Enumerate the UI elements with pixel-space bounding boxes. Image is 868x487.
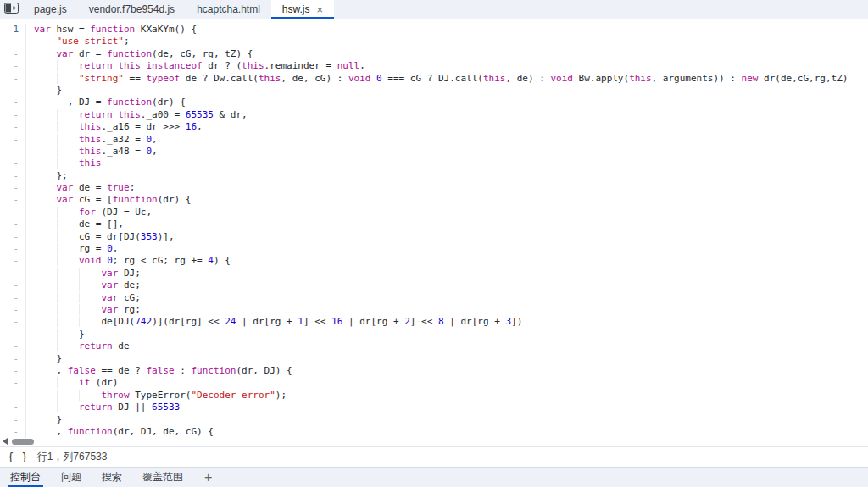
drawer-tab-label: 搜索 <box>102 470 122 484</box>
line-number[interactable]: - <box>0 60 26 72</box>
line-number[interactable]: - <box>0 97 26 108</box>
code-line: - var cG; <box>0 292 868 304</box>
code-line-text: throw TypeError("Decoder error"); <box>34 390 287 401</box>
drawer-tab-issues[interactable]: 问题 <box>58 468 84 487</box>
line-number[interactable]: - <box>0 121 26 133</box>
code-line-text: this._a48 = 0, <box>34 146 158 158</box>
line-number[interactable]: - <box>0 134 26 146</box>
code-line-text: "string" == typeof de ? Dw.call(this, de… <box>34 73 848 85</box>
line-number[interactable]: - <box>0 316 26 328</box>
line-number[interactable]: - <box>0 207 26 219</box>
line-number[interactable]: - <box>0 414 26 426</box>
line-number[interactable]: - <box>0 353 26 365</box>
code-line-text: return this._a00 = 65535 & dr, <box>34 109 248 121</box>
code-line-text: this <box>34 158 102 169</box>
line-number[interactable]: - <box>0 85 26 97</box>
code-line: - cG = dr[DJ(353)], <box>0 231 868 243</box>
code-line: - rg = 0, <box>0 243 868 255</box>
line-number[interactable]: 1 <box>0 24 26 36</box>
line-number[interactable]: - <box>0 109 26 121</box>
code-line: - var rg; <box>0 304 868 316</box>
line-number[interactable]: - <box>0 279 26 291</box>
code-line: - } <box>0 329 868 340</box>
editor-tab-label: hcaptcha.html <box>197 3 260 15</box>
line-number[interactable]: - <box>0 365 26 377</box>
drawer-tab-search[interactable]: 搜索 <box>99 468 125 487</box>
code-line-text: return this instanceof dr ? (this.remain… <box>34 60 365 72</box>
line-number[interactable]: - <box>0 146 26 158</box>
drawer-tab-label: 控制台 <box>10 470 41 484</box>
line-number[interactable]: - <box>0 182 26 194</box>
code-line: - var cG = [function(dr) { <box>0 194 868 206</box>
editor-tab-page-js[interactable]: page.js <box>23 0 78 19</box>
code-line: - var DJ; <box>0 268 868 279</box>
code-line: - var dr = function(de, cG, rg, tZ) { <box>0 48 868 60</box>
line-number[interactable]: - <box>0 390 26 401</box>
navigator-toggle-button[interactable] <box>0 0 23 19</box>
line-number[interactable]: - <box>0 158 26 169</box>
editor-tab-label: hsw.js <box>282 3 310 15</box>
line-number[interactable]: - <box>0 377 26 389</box>
drawer-tab-label: 问题 <box>61 470 81 484</box>
code-line: - } <box>0 414 868 426</box>
code-line: - this <box>0 158 868 169</box>
drawer-tab-coverage[interactable]: 覆盖范围 <box>140 468 186 487</box>
line-number[interactable]: - <box>0 170 26 182</box>
line-number[interactable]: - <box>0 194 26 206</box>
add-drawer-tab-button[interactable]: + <box>204 468 212 487</box>
code-line: - } <box>0 353 868 365</box>
editor-tab-hcaptcha-html[interactable]: hcaptcha.html <box>186 0 271 19</box>
line-number[interactable]: - <box>0 36 26 47</box>
code-line-text: var hsw = function KXaKYm() { <box>34 24 197 36</box>
code-line: - de = [], <box>0 219 868 230</box>
line-number[interactable]: - <box>0 268 26 279</box>
code-editor[interactable]: 1var hsw = function KXaKYm() {- "use str… <box>0 19 868 446</box>
line-number[interactable]: - <box>0 292 26 304</box>
code-line: - var de; <box>0 279 868 291</box>
code-line-text: de[DJ(742)](dr[rg] << 24 | dr[rg + 1] <<… <box>34 316 522 328</box>
code-line: - , DJ = function(dr) { <box>0 97 868 108</box>
close-icon[interactable]: × <box>317 4 324 15</box>
line-number[interactable]: - <box>0 304 26 316</box>
code-line: - de[DJ(742)](dr[rg] << 24 | dr[rg + 1] … <box>0 316 868 328</box>
code-line: - return this instanceof dr ? (this.rema… <box>0 60 868 72</box>
code-line-text: var dr = function(de, cG, rg, tZ) { <box>34 48 253 60</box>
line-number[interactable]: - <box>0 255 26 267</box>
code-line: - return this._a00 = 65535 & dr, <box>0 109 868 121</box>
code-line-text: var cG = [function(dr) { <box>34 194 191 206</box>
editor-tab-label: page.js <box>34 3 67 15</box>
code-line-text: var de; <box>34 279 141 291</box>
line-number[interactable]: - <box>0 243 26 255</box>
code-line: 1var hsw = function KXaKYm() { <box>0 24 868 36</box>
code-line-text: } <box>34 329 85 340</box>
line-number[interactable]: - <box>0 340 26 352</box>
status-bar: { } 行1，列767533 <box>0 446 868 467</box>
line-number[interactable]: - <box>0 231 26 243</box>
code-line: - this._a32 = 0, <box>0 134 868 146</box>
line-number[interactable]: - <box>0 48 26 60</box>
code-line-text: } <box>34 353 62 365</box>
drawer-tab-console[interactable]: 控制台 <box>8 468 43 487</box>
line-number[interactable]: - <box>0 401 26 413</box>
code-line: - , false == de ? false : function(dr, D… <box>0 365 868 377</box>
scroll-left-arrow-icon[interactable] <box>3 438 8 445</box>
horizontal-scrollbar[interactable] <box>0 436 868 446</box>
drawer-tab-bar: 控制台 问题 搜索 覆盖范围 + <box>0 467 868 487</box>
line-number[interactable]: - <box>0 329 26 340</box>
cursor-position-label: 行1，列767533 <box>37 450 108 464</box>
editor-tab-hsw-js[interactable]: hsw.js × <box>271 0 334 19</box>
code-line-text: this._a16 = dr >>> 16, <box>34 121 203 133</box>
scrollbar-thumb[interactable] <box>12 439 34 445</box>
code-line-text: "use strict"; <box>34 36 130 47</box>
code-line: - "use strict"; <box>0 36 868 47</box>
pretty-print-button[interactable]: { } <box>8 451 29 463</box>
line-number[interactable]: - <box>0 73 26 85</box>
editor-tab-vendor-js[interactable]: vendor.f7be954d.js <box>78 0 186 19</box>
code-line: - }; <box>0 170 868 182</box>
code-line-text: de = [], <box>34 219 124 230</box>
drawer-tab-label: 覆盖范围 <box>142 470 183 484</box>
code-line: - "string" == typeof de ? Dw.call(this, … <box>0 73 868 85</box>
code-line-text: } <box>34 414 62 426</box>
line-number[interactable]: - <box>0 219 26 230</box>
code-line-text: cG = dr[DJ(353)], <box>34 231 175 243</box>
